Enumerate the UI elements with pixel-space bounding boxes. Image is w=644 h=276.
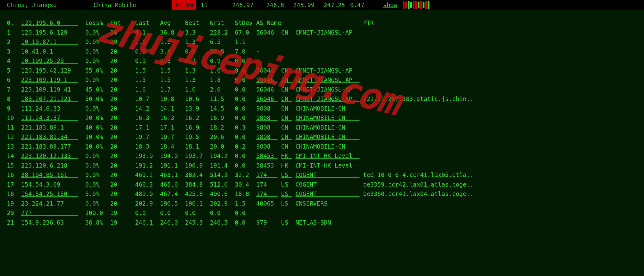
sent-count: 11 [196,2,225,8]
stdev: 0.47 [347,2,364,8]
sparkline [402,0,430,10]
worst-ping: 247.25 [316,2,347,8]
best-ping: 245.99 [286,2,316,8]
traceroute-table: 0. 120.195.6.0 Loss% Snt Last Avg Best W… [7,18,481,227]
avg-ping: 246.8 [255,2,286,8]
loss-pct: 54.5% [172,0,196,10]
show-link[interactable]: show [383,2,397,8]
last-ping: 246.97 [225,2,255,8]
summary-bar: China, Jiangsu China Mobile 54.5% 11 246… [0,0,644,10]
location: China, Jiangsu [0,2,93,8]
isp: China Mobile [93,2,172,8]
